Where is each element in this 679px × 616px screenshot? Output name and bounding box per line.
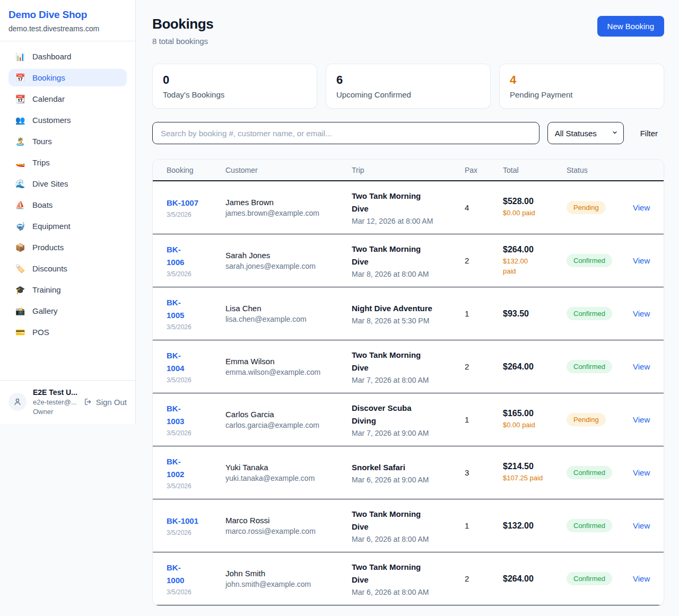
sidebar-item-label: Gallery [32, 306, 58, 315]
status-select[interactable]: All Statuses [547, 122, 624, 144]
stat-card: 0 Today's Bookings [152, 64, 317, 109]
sidebar-item-products[interactable]: 📦 Products [8, 239, 127, 256]
table-row: BK- 1002 3/5/2026 Yuki Tanaka yuki.tanak… [153, 446, 664, 499]
customer-cell: Sarah Jones sarah.jones@example.com [225, 251, 352, 270]
booking-cell: BK- 1005 3/5/2026 [167, 296, 225, 331]
status-badge: Confirmed [567, 519, 612, 532]
customer-cell: James Brown james.brown@example.com [225, 198, 352, 217]
booking-created-date: 3/5/2026 [167, 376, 225, 384]
pax-cell: 1 [465, 521, 503, 530]
booking-cell: BK- 1004 3/5/2026 [167, 349, 225, 384]
search-input[interactable] [152, 122, 539, 144]
sidebar-item-gallery[interactable]: 📸 Gallery [8, 302, 127, 320]
booking-id-link[interactable]: BK- 1002 [167, 455, 225, 481]
booking-created-date: 3/5/2026 [167, 429, 225, 437]
sidebar-item-trips[interactable]: 🚤 Trips [8, 154, 127, 171]
trip-name: Two Tank Morning Dive [352, 561, 465, 586]
trip-date: Mar 6, 2026 at 9:00 AM [352, 476, 465, 484]
trip-name: Snorkel Safari [352, 461, 465, 474]
status-select-wrap: All Statuses [547, 122, 624, 144]
col-header-actions [633, 166, 650, 174]
gallery-icon: 📸 [15, 307, 25, 315]
total-cell: $264.00 [503, 574, 567, 584]
view-link[interactable]: View [633, 362, 650, 371]
pax-cell: 3 [465, 468, 503, 477]
discounts-icon: 🏷️ [15, 265, 25, 272]
new-booking-button[interactable]: New Booking [597, 16, 664, 37]
booking-id-link[interactable]: BK- 1006 [167, 243, 225, 269]
sidebar-item-label: Training [32, 285, 61, 294]
pax-cell: 2 [465, 256, 503, 265]
sidebar-item-tours[interactable]: 🏝️ Tours [8, 133, 127, 150]
sidebar-item-label: Dive Sites [32, 179, 68, 188]
trip-date: Mar 6, 2026 at 8:00 AM [352, 588, 465, 596]
actions-cell: View [633, 521, 650, 531]
view-link[interactable]: View [633, 521, 650, 530]
actions-cell: View [633, 574, 650, 584]
booking-id-link[interactable]: BK- 1003 [167, 402, 225, 428]
booking-cell: BK- 1002 3/5/2026 [167, 455, 225, 490]
customer-name: Emma Wilson [225, 357, 352, 366]
booking-id-link[interactable]: BK-1007 [167, 197, 225, 209]
customers-icon: 👥 [15, 116, 25, 124]
status-cell: Confirmed [567, 360, 633, 373]
sidebar-item-boats[interactable]: ⛵ Boats [8, 196, 127, 214]
status-cell: Confirmed [567, 466, 633, 479]
customer-name: James Brown [225, 198, 352, 207]
view-link[interactable]: View [633, 256, 650, 265]
trip-cell: Two Tank Morning Dive Mar 6, 2026 at 8:0… [352, 561, 465, 596]
sidebar-item-dive-sites[interactable]: 🌊 Dive Sites [8, 175, 127, 192]
sidebar-item-label: Products [32, 243, 64, 252]
avatar [8, 393, 27, 411]
actions-cell: View [633, 362, 650, 372]
sidebar-user-footer: E2E Test U... e2e-tester@... Owner Sign … [0, 380, 135, 424]
sidebar-item-calendar[interactable]: 📆 Calendar [8, 90, 127, 108]
booking-id-link[interactable]: BK- 1004 [167, 349, 225, 375]
customer-cell: Marco Rossi marco.rossi@example.com [225, 516, 352, 535]
user-role: Owner [33, 408, 77, 416]
customer-email: carlos.garcia@example.com [225, 421, 352, 429]
products-icon: 📦 [15, 243, 25, 251]
trip-cell: Snorkel Safari Mar 6, 2026 at 9:00 AM [352, 461, 465, 484]
col-header-customer: Customer [225, 166, 352, 174]
customer-cell: Emma Wilson emma.wilson@example.com [225, 357, 352, 376]
booking-created-date: 3/5/2026 [167, 323, 225, 331]
view-link[interactable]: View [633, 415, 650, 424]
trip-date: Mar 6, 2026 at 8:00 AM [352, 535, 465, 543]
trip-name: Two Tank Morning Dive [352, 190, 465, 215]
trip-name: Two Tank Morning Dive [352, 349, 465, 374]
sidebar-item-discounts[interactable]: 🏷️ Discounts [8, 260, 127, 277]
sidebar-item-pos[interactable]: 💳 POS [8, 323, 127, 341]
stat-label: Upcoming Confirmed [336, 90, 480, 99]
sidebar-item-equipment[interactable]: 🤿 Equipment [8, 217, 127, 235]
stat-card: 6 Upcoming Confirmed [326, 64, 491, 109]
col-header-trip: Trip [352, 166, 465, 174]
pos-icon: 💳 [15, 328, 25, 336]
view-link[interactable]: View [633, 468, 650, 477]
sidebar-nav: 📊 Dashboard 📅 Bookings 📆 Calendar 👥 Cust… [0, 41, 135, 345]
trip-cell: Two Tank Morning Dive Mar 8, 2026 at 8:0… [352, 243, 465, 278]
sidebar-item-bookings[interactable]: 📅 Bookings [8, 69, 127, 86]
sign-out-button[interactable]: Sign Out [84, 398, 127, 407]
booking-id-link[interactable]: BK-1001 [167, 515, 225, 527]
customer-cell: Lisa Chen lisa.chen@example.com [225, 304, 352, 323]
booking-id-link[interactable]: BK- 1000 [167, 561, 225, 587]
main-content: Bookings 8 total bookings New Booking 0 … [136, 0, 679, 616]
status-cell: Pending [567, 201, 633, 214]
customer-cell: John Smith john.smith@example.com [225, 569, 352, 588]
status-badge: Confirmed [567, 466, 612, 479]
filter-button[interactable]: Filter [634, 129, 664, 138]
total-amount: $132.00 [503, 521, 567, 531]
actions-cell: View [633, 203, 650, 213]
sidebar-item-customers[interactable]: 👥 Customers [8, 111, 127, 129]
view-link[interactable]: View [633, 574, 650, 583]
trip-date: Mar 12, 2026 at 8:00 AM [352, 217, 465, 225]
booking-id-link[interactable]: BK- 1005 [167, 296, 225, 322]
customer-email: lisa.chen@example.com [225, 315, 352, 323]
sidebar-item-label: Calendar [32, 94, 65, 103]
view-link[interactable]: View [633, 309, 650, 318]
customer-email: emma.wilson@example.com [225, 368, 352, 376]
view-link[interactable]: View [633, 203, 650, 212]
sidebar-item-dashboard[interactable]: 📊 Dashboard [8, 48, 127, 65]
sidebar-item-training[interactable]: 🎓 Training [8, 281, 127, 298]
